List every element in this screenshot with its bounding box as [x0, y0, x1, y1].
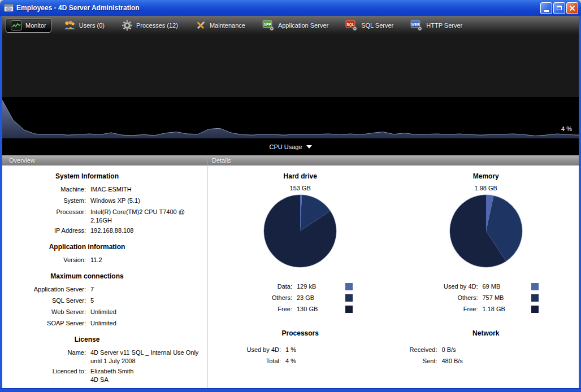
memory-pie [449, 194, 523, 268]
overview-panel-body: System InformationMachine:IMAC-ESMITHSys… [2, 165, 207, 388]
info-row-processor: Processor:Intel(R) Core(TM)2 CPU T7400 @… [2, 206, 207, 225]
graph-type-selector[interactable]: CPU Usage [2, 138, 579, 155]
tab-maintenance[interactable]: Maintenance [190, 18, 250, 33]
overview-panel: Overview System InformationMachine:IMAC-… [2, 155, 207, 388]
info-row-version: Version:11.2 [2, 254, 207, 265]
stat-value: 480 B/s [442, 358, 463, 364]
legend-label: Used by 4D: [393, 283, 483, 290]
legend-swatch [345, 294, 353, 302]
app-server-icon: APP [262, 20, 275, 31]
section-heading-license: License [2, 336, 172, 343]
legend-value: 69 MB [483, 283, 527, 290]
info-row-machine: Machine:IMAC-ESMITH [2, 184, 207, 195]
legend-swatch [531, 306, 539, 313]
tab-label: Application Server [278, 22, 328, 29]
stat-label: Received: [393, 346, 442, 353]
info-label: System: [2, 195, 90, 206]
svg-text:SQL: SQL [347, 22, 354, 27]
legend-label: Free: [207, 306, 297, 312]
cpu-current-value: 4 % [561, 125, 572, 132]
legend-row-used-by-4d: Used by 4D:69 MB [393, 281, 579, 292]
tab-label: Processes (12) [136, 22, 178, 29]
info-value: 192.168.88.108 [90, 225, 133, 236]
legend-row-free: Free:1.18 GB [393, 303, 579, 315]
stat-row-used-by-4d: Used by 4D:1 % [207, 344, 393, 355]
close-icon [569, 5, 575, 11]
stat-row-sent: Sent:480 B/s [393, 355, 579, 367]
tab-users-0[interactable]: Users (0) [58, 18, 110, 33]
legend-row-free: Free:130 GB [207, 303, 393, 315]
details-panel: Details Hard drive 153 GB Data:129 kBOth… [207, 155, 579, 388]
minimize-button[interactable] [540, 2, 552, 14]
legend-label: Others: [207, 294, 297, 301]
maximize-icon [557, 6, 562, 10]
gear-icon [122, 20, 133, 31]
section-heading-system-information: System Information [2, 172, 172, 180]
close-button[interactable] [566, 2, 578, 14]
legend-label: Free: [393, 306, 483, 312]
tab-label: SQL Server [361, 22, 393, 29]
legend-swatch [531, 294, 539, 302]
info-value: 7 [90, 284, 94, 295]
memory-column: Memory 1.98 GB Used by 4D:69 MBOthers:75… [393, 172, 579, 367]
info-value: Intel(R) Core(TM)2 CPU T7400 @ 2.16GH [90, 206, 203, 225]
processors-rows: Used by 4D:1 %Total:4 % [207, 344, 393, 367]
window-body: MonitorUsers (0)Processes (12)Maintenanc… [2, 16, 579, 388]
info-row-soap-server: SOAP Server:Unlimited [2, 317, 207, 329]
maximize-button[interactable] [553, 2, 565, 14]
info-value: Elizabeth Smith 4D SA [90, 365, 133, 384]
legend-swatch [345, 306, 353, 313]
hard-drive-pie [263, 194, 337, 268]
info-row-web-server: Web Server:Unlimited [2, 306, 207, 317]
overview-panel-header: Overview [2, 155, 207, 165]
info-label: Processor: [2, 206, 90, 225]
monitor-chart-icon [11, 20, 22, 31]
info-value: Windows XP (5.1) [90, 195, 140, 206]
memory-title: Memory [393, 172, 579, 180]
legend-row-data: Data:129 kB [207, 281, 393, 292]
tools-icon [195, 20, 206, 31]
tab-label: Monitor [25, 22, 46, 29]
info-row-name: Name:4D Server v11 SQL _ Internal Use On… [2, 347, 207, 365]
network-title: Network [393, 329, 579, 337]
panels: Overview System InformationMachine:IMAC-… [2, 155, 579, 388]
legend-label: Data: [207, 283, 297, 290]
minimize-icon [544, 10, 549, 12]
legend-value: 757 MB [483, 294, 527, 301]
info-label: Licenced to: [2, 365, 90, 384]
graph-upper-area [2, 34, 579, 97]
processors-title: Processors [207, 329, 393, 337]
info-label: Machine: [2, 184, 90, 195]
stat-value: 4 % [285, 358, 296, 364]
hard-drive-title: Hard drive [207, 172, 393, 180]
stat-value: 0 B/s [442, 346, 456, 353]
titlebar[interactable]: Employees - 4D Server Administration [0, 0, 581, 16]
cpu-history-chart [2, 97, 579, 138]
app-window: Employees - 4D Server Administration Mon… [0, 0, 581, 392]
details-panel-header: Details [207, 155, 579, 165]
tab-monitor[interactable]: Monitor [6, 18, 51, 33]
legend-swatch [531, 283, 539, 290]
hard-drive-column: Hard drive 153 GB Data:129 kBOthers:23 G… [207, 172, 393, 367]
stat-value: 1 % [285, 346, 296, 353]
tab-label: HTTP Server [426, 22, 462, 29]
section-heading-application-information: Application information [2, 243, 172, 251]
info-label: Web Server: [2, 306, 90, 317]
info-row-application-server: Application Server:7 [2, 284, 207, 295]
tab-sql-server[interactable]: SQLSQL Server [340, 18, 398, 33]
chevron-down-icon [306, 145, 312, 149]
legend-label: Others: [393, 294, 483, 301]
legend-value: 1.18 GB [483, 306, 527, 312]
network-stats: Network Received:0 B/sSent:480 B/s [393, 329, 579, 367]
tab-label: Maintenance [210, 22, 245, 29]
info-label: Version: [2, 254, 90, 265]
tab-application-server[interactable]: APPApplication Server [257, 18, 333, 33]
stat-label: Used by 4D: [207, 346, 285, 353]
tab-processes-12[interactable]: Processes (12) [116, 18, 183, 33]
sql-server-icon: SQL [345, 20, 358, 31]
info-value: 5 [90, 295, 94, 306]
tab-http-server[interactable]: WEBHTTP Server [405, 18, 467, 33]
processors-stats: Processors Used by 4D:1 %Total:4 % [207, 329, 393, 367]
info-label: Application Server: [2, 284, 90, 295]
tab-label: Users (0) [79, 22, 105, 29]
